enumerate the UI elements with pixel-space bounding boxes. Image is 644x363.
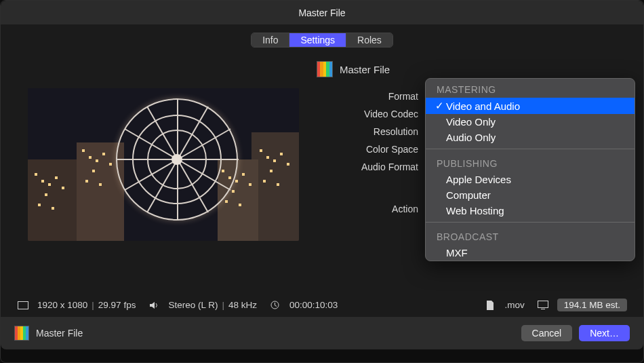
dropdown-item-web-hosting[interactable]: Web Hosting xyxy=(426,203,635,218)
settings-pane: Master File Format Video Codec Resolutio… xyxy=(317,61,616,286)
preset-header: Master File xyxy=(317,61,616,77)
check-icon: ✓ xyxy=(432,100,446,112)
next-button[interactable]: Next… xyxy=(579,325,630,341)
content-area: Info Settings Roles xyxy=(1,24,643,317)
cancel-button[interactable]: Cancel xyxy=(521,325,573,341)
dropdown-item-mxf[interactable]: MXF xyxy=(426,245,635,261)
tab-segment: Info Settings Roles xyxy=(251,33,393,47)
label-resolution: Resolution xyxy=(317,126,418,137)
label-action: Action xyxy=(317,204,418,214)
footer-preset-name: Master File xyxy=(36,328,83,339)
footer-bar: Master File Cancel Next… xyxy=(1,317,643,349)
main-panel: Master File Format Video Codec Resolutio… xyxy=(1,49,643,293)
status-sample-rate: 48 kHz xyxy=(228,300,257,310)
dropdown-item-computer[interactable]: Computer xyxy=(426,187,635,203)
label-color-space: Color Space xyxy=(317,144,418,155)
tab-info[interactable]: Info xyxy=(251,33,289,47)
svg-rect-0 xyxy=(18,301,28,309)
status-size-estimate: 194.1 MB est. xyxy=(557,299,627,311)
monitor-icon xyxy=(537,301,549,309)
dropdown-item-audio-only[interactable]: Audio Only xyxy=(426,130,635,145)
file-icon xyxy=(484,301,496,310)
dimensions-icon xyxy=(17,301,29,309)
dropdown-section-publishing: PUBLISHING xyxy=(426,153,635,172)
format-dropdown-menu: MASTERING ✓ Video and Audio Video Only A… xyxy=(425,78,635,261)
clock-icon xyxy=(269,301,281,309)
status-duration: 00:00:10:03 xyxy=(289,300,338,310)
color-bars-icon xyxy=(317,61,333,77)
status-bar: 1920 x 1080 | 29.97 fps Stereo (L R) | 4… xyxy=(1,293,643,317)
dropdown-item-apple-devices[interactable]: Apple Devices xyxy=(426,172,635,187)
dropdown-item-video-only[interactable]: Video Only xyxy=(426,114,635,130)
preset-name: Master File xyxy=(340,64,390,75)
label-format: Format xyxy=(317,91,418,102)
svg-rect-2 xyxy=(538,301,548,308)
tab-roles[interactable]: Roles xyxy=(346,33,393,47)
ferris-wheel-graphic xyxy=(116,98,238,221)
dropdown-item-video-and-audio[interactable]: ✓ Video and Audio xyxy=(426,98,635,114)
label-audio-format: Audio Format xyxy=(317,161,418,172)
status-extension: .mov xyxy=(504,300,524,310)
titlebar: Master File xyxy=(1,1,643,24)
dropdown-section-mastering: MASTERING xyxy=(426,79,635,98)
status-fps: 29.97 fps xyxy=(98,300,136,310)
color-bars-icon xyxy=(14,326,29,341)
speaker-icon xyxy=(148,301,160,309)
preview-pane xyxy=(28,61,299,286)
window-title: Master File xyxy=(298,7,345,18)
dropdown-section-broadcast: BROADCAST xyxy=(426,226,635,245)
tab-settings[interactable]: Settings xyxy=(289,33,346,47)
status-audio: Stereo (L R) xyxy=(168,300,218,310)
label-video-codec: Video Codec xyxy=(317,109,418,119)
tab-bar: Info Settings Roles xyxy=(1,24,643,49)
status-dimensions: 1920 x 1080 xyxy=(37,300,87,310)
video-thumbnail xyxy=(28,88,299,241)
